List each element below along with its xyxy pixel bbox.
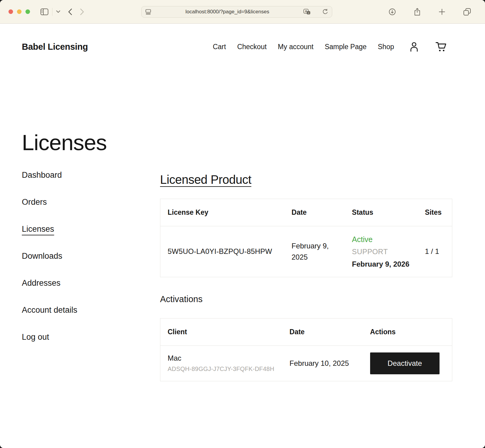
licenses-main: Licensed Product License Key Date Status… <box>160 173 452 381</box>
client-cell: Mac ADSQH-89GGJ-J7CJY-3FQFK-DF48H <box>160 345 283 381</box>
reload-icon[interactable] <box>322 9 328 15</box>
site-header: Babel Licensing Cart Checkout My account… <box>0 24 485 70</box>
col-actions: Actions <box>363 318 452 345</box>
maximize-icon[interactable] <box>25 9 30 14</box>
activation-row: Mac ADSQH-89GGJ-J7CJY-3FQFK-DF48H Februa… <box>160 345 452 381</box>
cart-icon[interactable] <box>436 42 447 52</box>
nav-sample-page[interactable]: Sample Page <box>325 43 366 51</box>
nav-checkout[interactable]: Checkout <box>237 43 266 51</box>
close-icon[interactable] <box>8 9 13 14</box>
col-activation-date: Date <box>282 318 363 345</box>
client-name: Mac <box>168 354 279 362</box>
sidebar-item-account-details[interactable]: Account details <box>22 306 77 314</box>
col-status: Status <box>345 199 418 226</box>
activation-id: ADSQH-89GGJ-J7CJY-3FQFK-DF48H <box>168 365 279 372</box>
sidebar-item-log-out[interactable]: Log out <box>22 333 49 341</box>
browser-toolbar: localhost:8000/?page_id=9&licenses A x <box>0 0 485 24</box>
window-controls <box>8 9 30 14</box>
license-table-header: License Key Date Status Sites <box>160 199 452 226</box>
sites-value: 1 / 1 <box>418 226 452 277</box>
page-title: Licenses <box>22 131 160 153</box>
svg-text:x: x <box>308 12 309 14</box>
nav-cart[interactable]: Cart <box>213 43 226 51</box>
activations-table-header: Client Date Actions <box>160 318 452 345</box>
status-badge: Active <box>352 235 373 244</box>
sidebar-item-orders[interactable]: Orders <box>22 198 47 206</box>
toolbar-divider <box>52 8 52 16</box>
download-icon[interactable] <box>389 8 396 15</box>
actions-cell: Deactivate <box>363 345 452 381</box>
address-bar[interactable]: localhost:8000/?page_id=9&licenses A x <box>141 6 332 18</box>
support-label: SUPPORT <box>352 248 388 256</box>
nav-my-account[interactable]: My account <box>278 43 314 51</box>
col-license-key: License Key <box>160 199 284 226</box>
activation-date-value: February 10, 2025 <box>282 345 363 381</box>
sidebar-toggle-icon[interactable] <box>40 8 48 15</box>
minimize-icon[interactable] <box>17 9 22 14</box>
nav-shop[interactable]: Shop <box>378 43 394 51</box>
new-tab-icon[interactable] <box>439 8 445 15</box>
license-date-value: February 9, 2025 <box>284 226 345 277</box>
activations-heading: Activations <box>160 294 452 304</box>
site-title[interactable]: Babel Licensing <box>22 42 88 52</box>
license-status-cell: Active SUPPORT February 9, 2026 <box>345 226 418 277</box>
translate-icon[interactable]: A x <box>303 9 311 15</box>
back-icon[interactable] <box>68 8 72 15</box>
url-text[interactable]: localhost:8000/?page_id=9&licenses <box>151 9 303 15</box>
licensed-product-link[interactable]: Licensed Product <box>160 173 251 187</box>
tabs-overview-icon[interactable] <box>463 8 471 16</box>
reader-icon[interactable] <box>145 9 151 15</box>
col-date: Date <box>284 199 345 226</box>
col-client: Client <box>160 318 283 345</box>
forward-icon[interactable] <box>80 8 84 15</box>
deactivate-button[interactable]: Deactivate <box>370 352 440 374</box>
page-content: Licenses Dashboard Orders Licenses Downl… <box>0 70 485 448</box>
sidebar-item-licenses[interactable]: Licenses <box>22 225 54 233</box>
license-table: License Key Date Status Sites 5W5UO-LA0Y… <box>160 199 452 277</box>
account-icon[interactable] <box>410 42 419 52</box>
account-nav: Dashboard Orders Licenses Downloads Addr… <box>22 171 160 360</box>
toolbar-actions <box>389 8 477 16</box>
sidebar-item-dashboard[interactable]: Dashboard <box>22 171 62 179</box>
sidebar-item-downloads[interactable]: Downloads <box>22 252 62 260</box>
support-until-date: February 9, 2026 <box>352 260 409 268</box>
navigation-controls <box>40 8 84 16</box>
license-key-value: 5W5UO-LA0YI-BZPQU-85HPW <box>160 226 284 277</box>
license-row: 5W5UO-LA0YI-BZPQU-85HPW February 9, 2025… <box>160 226 452 277</box>
chevron-down-icon[interactable] <box>56 10 60 13</box>
primary-nav: Cart Checkout My account Sample Page Sho… <box>213 42 447 52</box>
account-sidebar: Licenses Dashboard Orders Licenses Downl… <box>22 70 160 360</box>
browser-window: localhost:8000/?page_id=9&licenses A x <box>0 0 485 448</box>
activations-table: Client Date Actions Mac ADSQH-89GGJ-J7CJ… <box>160 318 452 381</box>
col-sites: Sites <box>418 199 452 226</box>
sidebar-item-addresses[interactable]: Addresses <box>22 279 61 287</box>
share-icon[interactable] <box>414 8 421 16</box>
